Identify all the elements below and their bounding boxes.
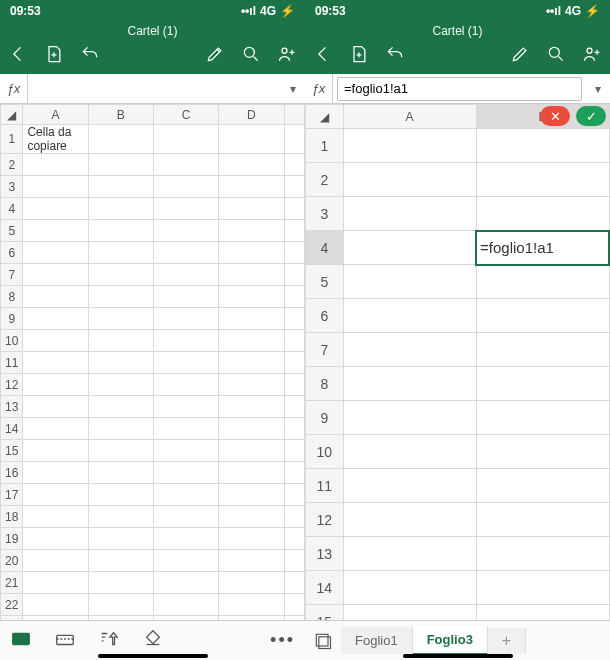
share-person-icon[interactable] — [277, 44, 297, 64]
document-title[interactable]: Cartel (1) — [0, 22, 305, 42]
more-icon[interactable]: ••• — [270, 630, 295, 651]
row-header[interactable]: 6 — [306, 299, 344, 333]
row-header[interactable]: 19 — [1, 528, 23, 550]
row-header[interactable]: 11 — [1, 352, 23, 374]
sheets-icon[interactable] — [305, 631, 341, 651]
sheet-tab-active[interactable]: Foglio3 — [413, 626, 488, 655]
add-sheet-button[interactable]: + — [488, 628, 526, 654]
cell[interactable] — [343, 129, 476, 163]
row-header[interactable]: 16 — [1, 462, 23, 484]
row-header[interactable]: 12 — [1, 374, 23, 396]
row-header[interactable]: 14 — [1, 418, 23, 440]
network-label: 4G — [565, 4, 581, 18]
row-header[interactable]: 13 — [1, 396, 23, 418]
row-header[interactable]: 22 — [1, 594, 23, 616]
svg-rect-7 — [319, 636, 331, 648]
row-header[interactable]: 18 — [1, 506, 23, 528]
svg-rect-3 — [57, 635, 74, 644]
undo-icon[interactable] — [385, 44, 405, 64]
cell-selected[interactable]: =foglio1!a1 — [476, 231, 609, 265]
col-header[interactable] — [284, 105, 304, 125]
accept-edit-button[interactable]: ✓ — [576, 106, 606, 126]
row-header[interactable]: 21 — [1, 572, 23, 594]
sort-filter-icon[interactable] — [98, 628, 120, 654]
expand-formula-icon[interactable]: ▾ — [281, 82, 305, 96]
cell[interactable] — [88, 125, 153, 154]
col-header[interactable]: D — [219, 105, 284, 125]
row-header[interactable]: 8 — [306, 367, 344, 401]
col-header[interactable]: C — [154, 105, 219, 125]
status-bar: 09:53 ••ıl 4G ⚡ — [0, 0, 305, 22]
row-header[interactable]: 7 — [306, 333, 344, 367]
spreadsheet-grid[interactable]: ◢ A B C D 1Cella dacopiare 2 3 4 5 6 7 8… — [0, 104, 305, 620]
col-header[interactable]: B — [88, 105, 153, 125]
spreadsheet-grid[interactable]: ✕ ✓ ◢ A B 1 2 3 4=foglio1!a1 5 6 7 8 9 1… — [305, 104, 610, 620]
row-header[interactable]: 15 — [306, 605, 344, 621]
expand-formula-icon[interactable]: ▾ — [586, 82, 610, 96]
keyboard-icon[interactable] — [54, 628, 76, 654]
share-person-icon[interactable] — [582, 44, 602, 64]
cell[interactable] — [219, 125, 284, 154]
row-header[interactable]: 9 — [306, 401, 344, 435]
fill-icon[interactable] — [142, 628, 164, 654]
card-view-icon[interactable] — [10, 628, 32, 654]
row-header[interactable]: 1 — [1, 125, 23, 154]
row-header[interactable]: 5 — [1, 220, 23, 242]
document-title[interactable]: Cartel (1) — [305, 22, 610, 42]
cell[interactable] — [476, 129, 609, 163]
row-header[interactable]: 15 — [1, 440, 23, 462]
clock: 09:53 — [10, 4, 41, 18]
new-file-icon[interactable] — [349, 44, 369, 64]
row-header[interactable]: 2 — [1, 154, 23, 176]
row-header[interactable]: 20 — [1, 550, 23, 572]
formula-input[interactable] — [337, 77, 582, 101]
cell[interactable] — [343, 231, 476, 265]
row-header[interactable]: 3 — [306, 197, 344, 231]
row-header[interactable]: 7 — [1, 264, 23, 286]
row-header[interactable]: 4 — [1, 198, 23, 220]
row-header[interactable]: 12 — [306, 503, 344, 537]
status-bar: 09:53 ••ıl 4G ⚡ — [305, 0, 610, 22]
back-icon[interactable] — [8, 44, 28, 64]
row-header[interactable]: 8 — [1, 286, 23, 308]
edit-pen-icon[interactable] — [205, 44, 225, 64]
svg-point-4 — [549, 47, 559, 57]
row-header[interactable]: 14 — [306, 571, 344, 605]
row-header[interactable]: 23 — [1, 616, 23, 621]
formula-bar: ƒx ▾ — [0, 74, 305, 104]
row-header[interactable]: 17 — [1, 484, 23, 506]
row-header[interactable]: 5 — [306, 265, 344, 299]
search-icon[interactable] — [546, 44, 566, 64]
formula-bar: ƒx ▾ — [305, 74, 610, 104]
network-label: 4G — [260, 4, 276, 18]
edit-pen-icon[interactable] — [510, 44, 530, 64]
col-header[interactable]: A — [23, 105, 88, 125]
cell[interactable] — [154, 125, 219, 154]
cancel-edit-button[interactable]: ✕ — [540, 106, 570, 126]
svg-point-0 — [244, 47, 254, 57]
row-header[interactable]: 3 — [1, 176, 23, 198]
cell[interactable]: Cella dacopiare — [23, 125, 88, 154]
row-header[interactable]: 9 — [1, 308, 23, 330]
back-icon[interactable] — [313, 44, 333, 64]
svg-rect-2 — [13, 633, 30, 644]
clock: 09:53 — [315, 4, 346, 18]
row-header[interactable]: 10 — [306, 435, 344, 469]
search-icon[interactable] — [241, 44, 261, 64]
row-header[interactable]: 4 — [306, 231, 344, 265]
row-header[interactable]: 11 — [306, 469, 344, 503]
battery-icon: ⚡ — [280, 4, 295, 18]
right-screenshot: 09:53 ••ıl 4G ⚡ Cartel (1) ƒx ▾ ✕ — [305, 0, 610, 660]
row-header[interactable]: 10 — [1, 330, 23, 352]
undo-icon[interactable] — [80, 44, 100, 64]
row-header[interactable]: 2 — [306, 163, 344, 197]
row-header[interactable]: 6 — [1, 242, 23, 264]
new-file-icon[interactable] — [44, 44, 64, 64]
select-all-corner[interactable]: ◢ — [1, 105, 23, 125]
row-header[interactable]: 1 — [306, 129, 344, 163]
select-all-corner[interactable]: ◢ — [306, 105, 344, 129]
sheet-tab[interactable]: Foglio1 — [341, 627, 413, 654]
formula-input[interactable] — [28, 74, 281, 103]
row-header[interactable]: 13 — [306, 537, 344, 571]
col-header[interactable]: A — [343, 105, 476, 129]
